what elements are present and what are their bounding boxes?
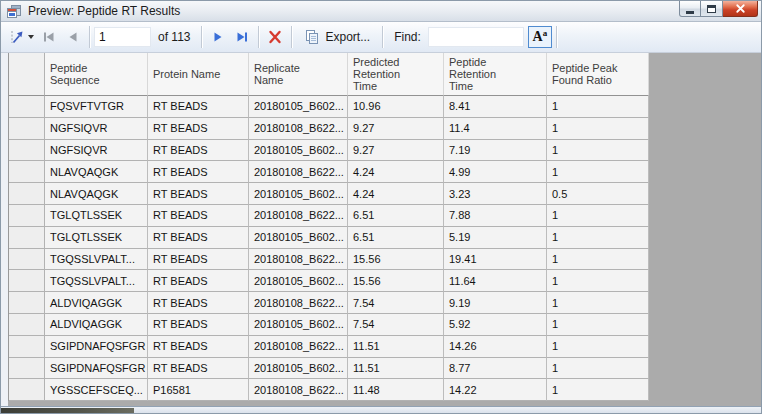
- table-cell[interactable]: 20180108_B622...: [249, 292, 348, 314]
- table-cell[interactable]: RT BEADS: [148, 314, 249, 336]
- table-cell[interactable]: RT BEADS: [148, 358, 249, 380]
- table-cell[interactable]: NGFSIQVR: [45, 118, 148, 140]
- table-cell[interactable]: 15.56: [348, 249, 444, 271]
- row-header[interactable]: [9, 205, 45, 227]
- table-cell[interactable]: 1: [547, 270, 649, 292]
- table-cell[interactable]: 15.56: [348, 270, 444, 292]
- table-cell[interactable]: 8.77: [444, 358, 547, 380]
- row-header[interactable]: [9, 336, 45, 358]
- table-cell[interactable]: FQSVFTVTGR: [45, 96, 148, 118]
- match-case-button[interactable]: A a: [528, 26, 552, 48]
- table-cell[interactable]: 1: [547, 358, 649, 380]
- table-cell[interactable]: NGFSIQVR: [45, 140, 148, 162]
- row-header[interactable]: [9, 292, 45, 314]
- column-header-replicate-name[interactable]: Replicate Name: [249, 53, 348, 96]
- table-cell[interactable]: 20180108_B622...: [249, 118, 348, 140]
- table-cell[interactable]: 20180105_B602...: [249, 140, 348, 162]
- table-cell[interactable]: ALDVIQAGGK: [45, 292, 148, 314]
- table-cell[interactable]: RT BEADS: [148, 118, 249, 140]
- first-page-button[interactable]: [37, 25, 61, 49]
- table-cell[interactable]: 3.23: [444, 183, 547, 205]
- row-header[interactable]: [9, 314, 45, 336]
- row-header[interactable]: [9, 183, 45, 205]
- find-input[interactable]: [428, 27, 524, 47]
- column-header-predicted-retention-time[interactable]: Predicted Retention Time: [348, 53, 444, 96]
- row-header[interactable]: [9, 118, 45, 140]
- table-cell[interactable]: 20180105_B602...: [249, 96, 348, 118]
- table-cell[interactable]: 11.51: [348, 358, 444, 380]
- table-cell[interactable]: 1: [547, 140, 649, 162]
- table-cell[interactable]: 9.27: [348, 140, 444, 162]
- column-header-peptide-retention-time[interactable]: Peptide Retention Time: [444, 53, 547, 96]
- navigate-dropdown-button[interactable]: [5, 25, 37, 49]
- table-cell[interactable]: 4.24: [348, 161, 444, 183]
- table-cell[interactable]: 11.64: [444, 270, 547, 292]
- table-cell[interactable]: 7.54: [348, 292, 444, 314]
- close-preview-button[interactable]: [263, 25, 287, 49]
- table-cell[interactable]: 11.48: [348, 379, 444, 401]
- table-cell[interactable]: 7.19: [444, 140, 547, 162]
- table-cell[interactable]: 20180108_B622...: [249, 161, 348, 183]
- table-cell[interactable]: 4.24: [348, 183, 444, 205]
- column-header-peptide-peak-found-ratio[interactable]: Peptide Peak Found Ratio: [547, 53, 649, 96]
- table-cell[interactable]: SGIPDNAFQSFGR: [45, 358, 148, 380]
- table-cell[interactable]: 14.26: [444, 336, 547, 358]
- table-cell[interactable]: 1: [547, 314, 649, 336]
- table-cell[interactable]: 11.51: [348, 336, 444, 358]
- column-header-peptide-sequence[interactable]: Peptide Sequence: [45, 53, 148, 96]
- maximize-button[interactable]: [701, 1, 723, 17]
- table-cell[interactable]: RT BEADS: [148, 292, 249, 314]
- table-cell[interactable]: 1: [547, 227, 649, 249]
- table-cell[interactable]: RT BEADS: [148, 140, 249, 162]
- table-cell[interactable]: 20180105_B602...: [249, 270, 348, 292]
- column-header-protein-name[interactable]: Protein Name: [148, 53, 249, 96]
- table-cell[interactable]: 14.22: [444, 379, 547, 401]
- table-cell[interactable]: 5.92: [444, 314, 547, 336]
- table-cell[interactable]: RT BEADS: [148, 161, 249, 183]
- table-cell[interactable]: 1: [547, 118, 649, 140]
- table-cell[interactable]: RT BEADS: [148, 227, 249, 249]
- table-cell[interactable]: 19.41: [444, 249, 547, 271]
- last-page-button[interactable]: [230, 25, 254, 49]
- table-cell[interactable]: 10.96: [348, 96, 444, 118]
- row-header[interactable]: [9, 140, 45, 162]
- row-header[interactable]: [9, 379, 45, 401]
- page-number-input[interactable]: [94, 27, 151, 47]
- table-cell[interactable]: 5.19: [444, 227, 547, 249]
- table-cell[interactable]: 1: [547, 205, 649, 227]
- table-cell[interactable]: 20180105_B602...: [249, 358, 348, 380]
- table-cell[interactable]: P16581: [148, 379, 249, 401]
- table-cell[interactable]: 4.99: [444, 161, 547, 183]
- table-cell[interactable]: YGSSCEFSCEQ...: [45, 379, 148, 401]
- row-header[interactable]: [9, 358, 45, 380]
- table-cell[interactable]: 9.19: [444, 292, 547, 314]
- row-header[interactable]: [9, 96, 45, 118]
- table-cell[interactable]: 0.5: [547, 183, 649, 205]
- table-cell[interactable]: ALDVIQAGGK: [45, 314, 148, 336]
- table-cell[interactable]: RT BEADS: [148, 249, 249, 271]
- table-cell[interactable]: 8.41: [444, 96, 547, 118]
- table-cell[interactable]: RT BEADS: [148, 96, 249, 118]
- row-header[interactable]: [9, 270, 45, 292]
- previous-page-button[interactable]: [61, 25, 85, 49]
- table-cell[interactable]: 6.51: [348, 227, 444, 249]
- table-cell[interactable]: 1: [547, 379, 649, 401]
- table-cell[interactable]: 7.88: [444, 205, 547, 227]
- table-cell[interactable]: 1: [547, 96, 649, 118]
- minimize-button[interactable]: [679, 1, 701, 17]
- table-cell[interactable]: RT BEADS: [148, 270, 249, 292]
- table-cell[interactable]: RT BEADS: [148, 205, 249, 227]
- table-cell[interactable]: NLAVQAQGK: [45, 161, 148, 183]
- table-cell[interactable]: 6.51: [348, 205, 444, 227]
- table-cell[interactable]: TGQSSLVPALT...: [45, 270, 148, 292]
- table-cell[interactable]: 20180108_B622...: [249, 249, 348, 271]
- next-page-button[interactable]: [206, 25, 230, 49]
- table-cell[interactable]: 20180105_B602...: [249, 227, 348, 249]
- table-cell[interactable]: 20180108_B622...: [249, 205, 348, 227]
- table-cell[interactable]: RT BEADS: [148, 336, 249, 358]
- table-cell[interactable]: TGQSSLVPALT...: [45, 249, 148, 271]
- table-cell[interactable]: RT BEADS: [148, 183, 249, 205]
- table-cell[interactable]: NLAVQAQGK: [45, 183, 148, 205]
- table-cell[interactable]: 20180105_B602...: [249, 183, 348, 205]
- close-button[interactable]: [723, 1, 758, 17]
